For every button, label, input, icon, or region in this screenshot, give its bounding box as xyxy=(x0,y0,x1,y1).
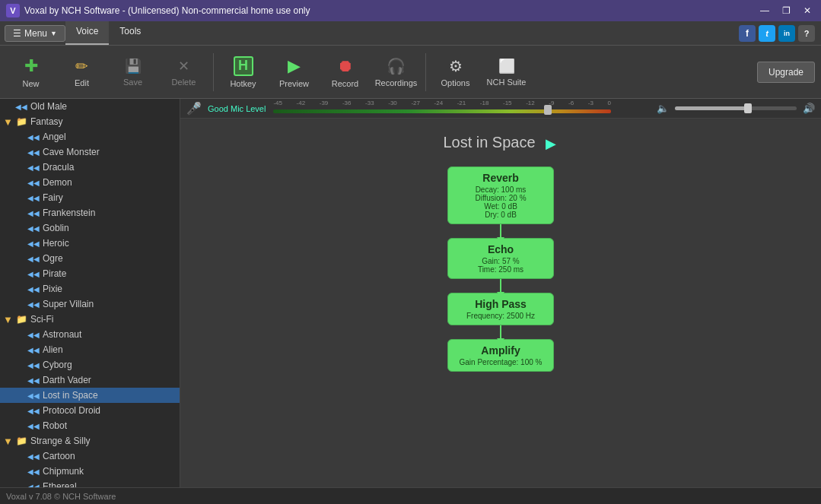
recordings-label: Recordings xyxy=(375,78,418,87)
sidebar-folder-fantasy[interactable]: ▼ 📁 Fantasy xyxy=(0,114,180,129)
sidebar-item-super-villain[interactable]: ◀◀ Super Villain xyxy=(0,296,180,312)
effect-highpass[interactable]: High Pass Frequency: 2500 Hz xyxy=(447,293,554,325)
menu-dropdown[interactable]: ☰ Menu ▼ xyxy=(5,25,65,42)
voice-icon: ◀◀ xyxy=(27,179,40,187)
voice-icon: ◀◀ xyxy=(27,331,40,339)
sidebar-item-old-male[interactable]: ◀◀ Old Male xyxy=(0,99,180,114)
restore-button[interactable]: ❐ xyxy=(778,3,794,18)
sidebar-item-cartoon[interactable]: ◀◀ Cartoon xyxy=(0,449,180,464)
effect-amplify[interactable]: Amplify Gain Percentage: 100 % xyxy=(447,339,554,372)
record-label: Record xyxy=(332,79,358,88)
item-label: Ogre xyxy=(43,253,63,264)
voice-icon: ◀◀ xyxy=(27,300,40,309)
tab-tools[interactable]: Tools xyxy=(109,21,151,45)
sidebar-item-alien[interactable]: ◀◀ Alien xyxy=(0,342,180,357)
preview-label: Preview xyxy=(279,79,309,88)
sidebar-item-protocol-droid[interactable]: ◀◀ Protocol Droid xyxy=(0,403,180,418)
sidebar-folder-strange-silly[interactable]: ▼ 📁 Strange & Silly xyxy=(0,433,180,449)
sidebar-item-darth-vader[interactable]: ◀◀ Darth Vader xyxy=(0,372,180,388)
level-thumb[interactable] xyxy=(544,105,552,115)
new-icon: ✚ xyxy=(24,56,38,76)
volume-fill xyxy=(675,106,748,110)
voice-icon: ◀◀ xyxy=(27,407,40,415)
recordings-button[interactable]: 🎧 Recordings xyxy=(371,49,421,95)
delete-button[interactable]: ✕ Delete xyxy=(159,49,208,95)
options-button[interactable]: ⚙ Options xyxy=(431,49,480,95)
effect-echo[interactable]: Echo Gain: 57 % Time: 250 ms xyxy=(447,238,554,279)
minimize-button[interactable]: — xyxy=(757,3,772,18)
preview-button[interactable]: ▶ Preview xyxy=(269,49,319,95)
sidebar-item-cyborg[interactable]: ◀◀ Cyborg xyxy=(0,357,180,372)
volume-slider[interactable] xyxy=(675,106,797,110)
twitter-icon[interactable]: t xyxy=(759,25,775,42)
voice-icon: ◀◀ xyxy=(27,209,40,217)
sidebar-item-robot[interactable]: ◀◀ Robot xyxy=(0,418,180,433)
facebook-icon[interactable]: f xyxy=(739,25,756,42)
sidebar-item-heroic[interactable]: ◀◀ Heroic xyxy=(0,236,180,251)
item-label: Chipmunk xyxy=(43,466,84,477)
voice-icon: ◀◀ xyxy=(27,270,40,278)
item-label: Cartoon xyxy=(43,451,75,461)
sidebar-item-goblin[interactable]: ◀◀ Goblin xyxy=(0,220,180,236)
sidebar-item-angel[interactable]: ◀◀ Angel xyxy=(0,129,180,144)
tab-voice[interactable]: Voice xyxy=(65,21,109,45)
upgrade-button[interactable]: Upgrade xyxy=(757,62,815,83)
reverb-param-1: Diffusion: 20 % xyxy=(475,194,526,202)
sidebar-item-chipmunk[interactable]: ◀◀ Chipmunk xyxy=(0,464,180,479)
volume-thumb[interactable] xyxy=(744,103,752,113)
sidebar-item-pixie[interactable]: ◀◀ Pixie xyxy=(0,281,180,296)
volume-low-icon: 🔈 xyxy=(657,103,669,114)
hotkey-icon: H xyxy=(234,56,253,76)
sidebar-item-ethereal[interactable]: ◀◀ Ethereal xyxy=(0,479,180,487)
record-button[interactable]: ⏺ Record xyxy=(320,49,370,95)
voice-icon: ◀◀ xyxy=(27,468,40,476)
app-logo: V xyxy=(6,4,20,17)
item-label: Lost in Space xyxy=(43,390,98,401)
sidebar-item-demon[interactable]: ◀◀ Demon xyxy=(0,175,180,190)
item-label: Goblin xyxy=(43,223,69,233)
nchsuite-label: NCH Suite xyxy=(487,78,527,87)
linkedin-icon[interactable]: in xyxy=(778,25,795,42)
volume-high-icon: 🔊 xyxy=(803,103,815,114)
level-ruler: -45-42-39-36-33-30-27-24-21-18-15-12-9-6… xyxy=(273,102,649,116)
effect-chain: Reverb Decay: 100 ms Diffusion: 20 % Wet… xyxy=(447,166,554,372)
folder-label: Fantasy xyxy=(30,116,63,127)
new-button[interactable]: ✚ New xyxy=(6,49,56,95)
sidebar-item-cave-monster[interactable]: ◀◀ Cave Monster xyxy=(0,144,180,160)
sidebar-item-pirate[interactable]: ◀◀ Pirate xyxy=(0,266,180,281)
divider-2 xyxy=(425,53,426,91)
voice-icon: ◀◀ xyxy=(27,346,40,354)
mic-icon: 🎤 xyxy=(186,101,202,116)
menu-label: Menu xyxy=(24,28,47,39)
mic-level-bar: 🎤 Good Mic Level -45-42-39-36-33-30-27-2… xyxy=(180,99,821,119)
item-label: Robot xyxy=(43,420,67,431)
voice-icon: ◀◀ xyxy=(27,194,40,202)
sidebar-folder-scifi[interactable]: ▼ 📁 Sci-Fi xyxy=(0,312,180,327)
save-button[interactable]: 💾 Save xyxy=(108,49,158,95)
nchsuite-button[interactable]: ⬜ NCH Suite xyxy=(482,49,531,95)
effect-reverb[interactable]: Reverb Decay: 100 ms Diffusion: 20 % Wet… xyxy=(447,166,554,224)
sidebar-item-dracula[interactable]: ◀◀ Dracula xyxy=(0,160,180,175)
record-icon: ⏺ xyxy=(337,56,354,76)
sidebar-item-ogre[interactable]: ◀◀ Ogre xyxy=(0,251,180,266)
voice-play-button[interactable]: ▶ xyxy=(543,135,558,151)
voice-title-text: Lost in Space xyxy=(443,134,535,151)
sidebar-item-lost-in-space[interactable]: ◀◀ Lost in Space xyxy=(0,388,180,403)
echo-param-1: Time: 250 ms xyxy=(478,265,523,274)
menubar: ☰ Menu ▼ Voice Tools f t in ? xyxy=(0,21,821,46)
folder-label: Sci-Fi xyxy=(30,314,54,325)
content-area: 🎤 Good Mic Level -45-42-39-36-33-30-27-2… xyxy=(180,99,821,487)
options-icon: ⚙ xyxy=(449,57,463,75)
sidebar-item-astronaut[interactable]: ◀◀ Astronaut xyxy=(0,327,180,342)
highpass-params: Frequency: 2500 Hz xyxy=(459,312,543,320)
nch-icon[interactable]: ? xyxy=(798,25,815,42)
item-label: Super Villain xyxy=(43,299,94,309)
hotkey-button[interactable]: H Hotkey xyxy=(218,49,268,95)
arrow-2 xyxy=(500,279,501,293)
sidebar-item-fairy[interactable]: ◀◀ Fairy xyxy=(0,190,180,205)
edit-button[interactable]: ✏ Edit xyxy=(57,49,107,95)
sidebar-item-frankenstein[interactable]: ◀◀ Frankenstein xyxy=(0,205,180,220)
close-button[interactable]: ✕ xyxy=(800,3,815,18)
folder-open-icon: ▼ xyxy=(3,116,13,128)
level-gradient xyxy=(273,109,611,113)
